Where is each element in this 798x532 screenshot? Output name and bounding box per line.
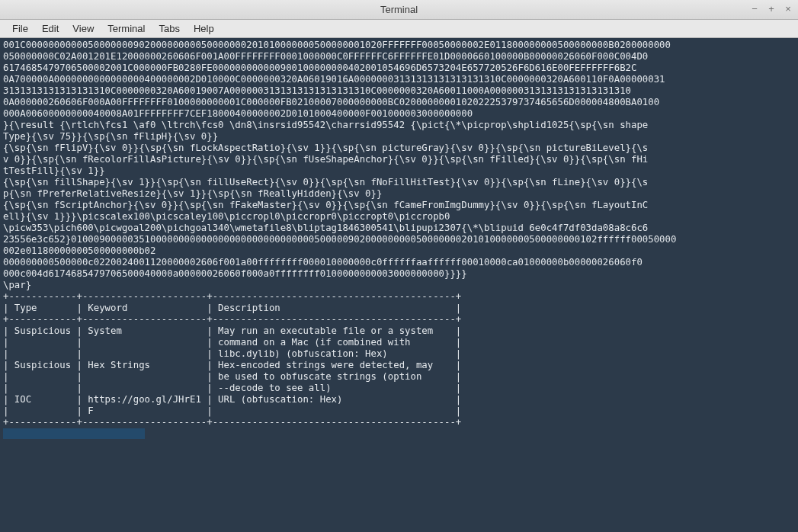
- terminal-line: | | F | |: [3, 405, 795, 417]
- menu-edit[interactable]: Edit: [36, 21, 65, 36]
- terminal-line: {\sp{\sn fFlipV}{\sv 0}}{\sp{\sn fLockAs…: [3, 143, 795, 154]
- terminal-line: 000c004d6174685479706500040000a000000260…: [3, 268, 795, 280]
- terminal-line: | | | --decode to see all) |: [3, 383, 795, 394]
- menu-view[interactable]: View: [66, 21, 100, 36]
- terminal-line: 3131313131313131310C0000000320A60019007A…: [3, 85, 795, 97]
- window-title: Terminal: [380, 4, 418, 15]
- terminal-line: +------------+----------------------+---…: [3, 291, 795, 303]
- window-controls: − + ×: [749, 3, 793, 14]
- terminal-line: | | | command on a Mac (if combined with…: [3, 337, 795, 348]
- terminal-line: 002e01180000000500000000b02: [3, 245, 795, 257]
- terminal-line: 000000000500000c0220024001120000002606f0…: [3, 257, 795, 268]
- terminal-line: p{\sn fPreferRelativeResize}{\sv 1}}{\sp…: [3, 188, 795, 200]
- terminal-line: 6174685479706500002001C000000FB0280FE000…: [3, 62, 795, 74]
- terminal-line: | Suspicious | System | May run an execu…: [3, 325, 795, 337]
- terminal-line: | Type | Keyword | Description |: [3, 303, 795, 314]
- terminal-line: v 0}}{\sp{\sn fRecolorFillAsPicture}{\sv…: [3, 154, 795, 165]
- terminal-output[interactable]: 001C000000000005000000090200000000050000…: [0, 38, 798, 532]
- terminal-line: | IOC | https://goo.gl/JHrE1 | URL (obfu…: [3, 394, 795, 405]
- terminal-line: 0A700000A0000000000000000400000002D01000…: [3, 74, 795, 85]
- terminal-line: +------------+----------------------+---…: [3, 417, 795, 428]
- terminal-line: {\sp{\sn fScriptAnchor}{\sv 0}}{\sp{\sn …: [3, 200, 795, 211]
- terminal-line: \par}: [3, 280, 795, 291]
- menu-terminal[interactable]: Terminal: [101, 21, 151, 36]
- terminal-line: \picw353\pich600\picwgoal200\pichgoal340…: [3, 223, 795, 234]
- terminal-line: 0A000000260606F000A00FFFFFFFF01000000000…: [3, 97, 795, 108]
- titlebar: Terminal − + ×: [0, 0, 798, 20]
- terminal-line: | | | be used to obfuscate strings (opti…: [3, 371, 795, 383]
- terminal-line: 23556e3c652}0100090000035100000000000000…: [3, 234, 795, 245]
- terminal-line: }{\result {\rtlch\fcs1 \af0 \ltrch\fcs0 …: [3, 120, 795, 131]
- menu-file[interactable]: File: [6, 21, 34, 36]
- terminal-line: 050000000C02A001201E12000000260606F001A0…: [3, 51, 795, 62]
- terminal-line: ell}{\sv 1}}}\picscalex100\picscaley100\…: [3, 211, 795, 223]
- terminal-line: tTestFill}{\sv 1}}: [3, 165, 795, 177]
- maximize-icon[interactable]: +: [766, 3, 777, 14]
- menubar: File Edit View Terminal Tabs Help: [0, 20, 798, 38]
- terminal-line: +------------+----------------------+---…: [3, 314, 795, 325]
- terminal-selection: [3, 428, 145, 439]
- menu-tabs[interactable]: Tabs: [152, 21, 185, 36]
- terminal-line: {\sp{\sn fillShape}{\sv 1}}{\sp{\sn fill…: [3, 177, 795, 188]
- close-icon[interactable]: ×: [783, 3, 793, 14]
- terminal-line: Type}{\sv 75}}{\sp{\sn fFlipH}{\sv 0}}: [3, 131, 795, 143]
- terminal-line: 001C000000000005000000090200000000050000…: [3, 40, 795, 51]
- terminal-line: | | | libc.dylib) (obfuscation: Hex) |: [3, 348, 795, 360]
- menu-help[interactable]: Help: [187, 21, 220, 36]
- terminal-prompt[interactable]: [3, 428, 795, 440]
- terminal-line: 000A00600000000040008A01FFFFFFFF7CEF1800…: [3, 108, 795, 120]
- terminal-line: | Suspicious | Hex Strings | Hex-encoded…: [3, 360, 795, 371]
- minimize-icon[interactable]: −: [749, 3, 760, 14]
